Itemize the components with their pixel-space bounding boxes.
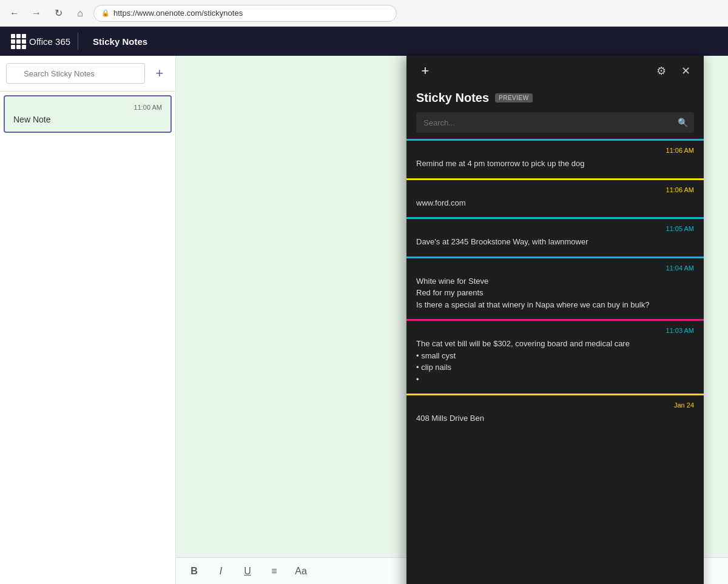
list-item[interactable]: Jan 24 408 Mills Drive Ben [406, 394, 704, 433]
note-time: 11:06 AM [416, 147, 694, 154]
waffle-icon [11, 34, 26, 49]
address-bar[interactable]: 🔒 https://www.onenote.com/stickynotes [93, 5, 397, 22]
panel-close-button[interactable]: ✕ [677, 62, 694, 79]
note-time: 11:03 AM [416, 327, 694, 334]
list-item[interactable]: 11:06 AM Remind me at 4 pm tomorrow to p… [406, 139, 704, 178]
refresh-button[interactable]: ↻ [50, 5, 67, 22]
underline-button[interactable]: U [239, 563, 256, 580]
note-item-header: 11:00 AM [13, 104, 162, 111]
search-wrap: 🔍 [6, 63, 145, 84]
panel-controls: ⚙ ✕ [653, 62, 694, 79]
note-text: The cat vet bill will be $302, covering … [416, 338, 694, 385]
app-name: Office 365 [29, 36, 70, 47]
note-time: Jan 24 [416, 401, 694, 409]
note-time: 11:04 AM [416, 264, 694, 272]
note-item-title: New Note [13, 115, 162, 124]
panel-add-button[interactable]: + [416, 62, 434, 80]
bold-button[interactable]: B [186, 563, 203, 580]
note-time: 11:06 AM [416, 186, 694, 193]
search-input[interactable] [6, 63, 145, 84]
panel-settings-button[interactable]: ⚙ [653, 62, 670, 79]
note-text: Dave's at 2345 Brookstone Way, with lawn… [416, 236, 694, 248]
top-nav: Office 365 Sticky Notes [0, 27, 728, 56]
url-text: https://www.onenote.com/stickynotes [113, 8, 243, 18]
list-item[interactable]: 11:04 AM White wine for Steve Red for my… [406, 257, 704, 320]
panel-header: + ⚙ ✕ [406, 56, 704, 86]
panel-search-icon: 🔍 [678, 118, 688, 127]
nav-divider [78, 33, 78, 50]
preview-badge: PREVIEW [495, 93, 533, 102]
list-item[interactable]: 11:00 AM New Note [4, 95, 172, 133]
panel-title-row: Sticky Notes PREVIEW [406, 86, 704, 112]
sidebar-search-bar: 🔍 + [0, 56, 175, 92]
panel-search-input[interactable] [416, 112, 694, 133]
format-button[interactable]: Aa [292, 563, 309, 580]
note-text: Remind me at 4 pm tomorrow to pick up th… [416, 158, 694, 170]
lock-icon: 🔒 [101, 9, 110, 17]
list-button[interactable]: ≡ [266, 563, 283, 580]
note-item-time: 11:00 AM [134, 104, 162, 111]
note-text: 408 Mills Drive Ben [416, 412, 694, 425]
page-title: Sticky Notes [93, 36, 147, 47]
main-content: 🔍 + 11:00 AM New Note New Note B I U ≡ A… [0, 56, 728, 584]
browser-chrome: ← → ↻ ⌂ 🔒 https://www.onenote.com/sticky… [0, 0, 728, 27]
forward-button[interactable]: → [28, 5, 45, 22]
sticky-panel: + ⚙ ✕ Sticky Notes PREVIEW 🔍 11:06 AM Re… [406, 56, 704, 584]
note-time: 11:05 AM [416, 225, 694, 232]
panel-search: 🔍 [416, 112, 694, 133]
add-note-button[interactable]: + [150, 64, 169, 83]
list-item[interactable]: 11:06 AM www.ford.com [406, 178, 704, 218]
list-item[interactable]: 11:03 AM The cat vet bill will be $302, … [406, 319, 704, 394]
italic-button[interactable]: I [212, 563, 229, 580]
sidebar: 🔍 + 11:00 AM New Note [0, 56, 176, 584]
back-button[interactable]: ← [6, 5, 23, 22]
panel-notes-list: 11:06 AM Remind me at 4 pm tomorrow to p… [406, 139, 704, 584]
note-text: www.ford.com [416, 197, 694, 209]
note-text: White wine for Steve Red for my parents … [416, 275, 694, 311]
list-item[interactable]: 11:05 AM Dave's at 2345 Brookstone Way, … [406, 217, 704, 257]
panel-title: Sticky Notes [416, 91, 489, 105]
home-button[interactable]: ⌂ [72, 5, 89, 22]
waffle-button[interactable] [7, 30, 29, 52]
